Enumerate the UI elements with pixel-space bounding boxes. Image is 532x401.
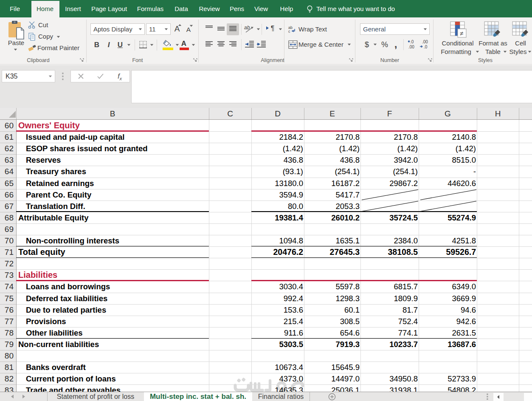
svg-text:.0: .0 (410, 40, 414, 44)
svg-text:c: c (288, 29, 290, 33)
svg-text:.00: .00 (408, 45, 414, 49)
svg-text:.0: .0 (424, 45, 428, 49)
svg-text:.00: .00 (422, 40, 428, 44)
svg-text:≠: ≠ (460, 30, 463, 37)
